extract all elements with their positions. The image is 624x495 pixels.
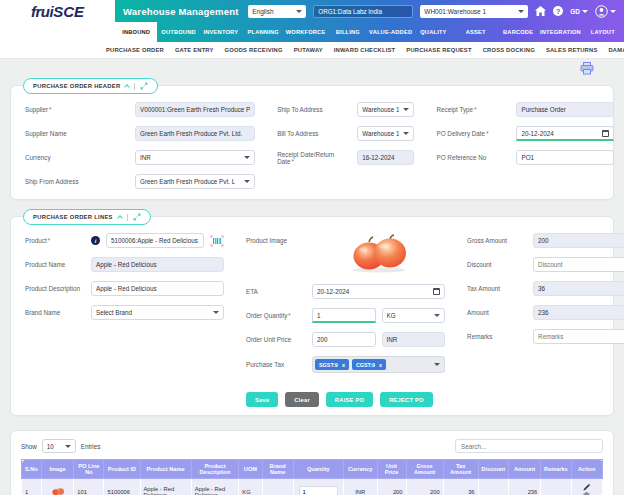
expand-icon[interactable]	[133, 213, 141, 221]
po-lines-table-card: Show 10 Entries S.No Im	[10, 430, 614, 495]
help-button[interactable]: ?	[553, 6, 563, 16]
org-select[interactable]: ORG1:Data Labz India	[313, 5, 413, 18]
order-unit-price-input[interactable]	[312, 332, 376, 347]
subnav-purchase-order[interactable]: PURCHASE ORDER	[106, 47, 164, 53]
user-initials-menu[interactable]: GD	[570, 8, 588, 15]
uom-select[interactable]: KG	[382, 308, 446, 323]
product-description-label: Product Description	[25, 285, 85, 292]
po-reference-input[interactable]	[516, 150, 614, 165]
required-marker: *	[292, 158, 294, 165]
receipt-date-row: Receipt Date/Return Date* 16-12-2024	[277, 150, 414, 165]
brand-select[interactable]: Select Brand	[91, 305, 224, 320]
tab-barcode[interactable]: BARCODE	[497, 22, 539, 42]
logo-frui: frui	[31, 3, 53, 20]
edit-icon[interactable]	[583, 483, 591, 491]
tab-value-added[interactable]: VALUE-ADDED	[369, 22, 412, 42]
page-size-select[interactable]: 10	[42, 439, 76, 453]
chevron-down-icon	[213, 311, 219, 314]
product-input[interactable]	[106, 233, 204, 248]
bill-to-select[interactable]: Warehouse 1	[357, 126, 414, 141]
supplier-name-row: Supplier Name Green Earth Fresh Produce …	[25, 126, 255, 141]
tab-asset[interactable]: ASSET	[455, 22, 497, 42]
remove-chip-icon[interactable]: x	[379, 362, 382, 368]
discount-input[interactable]	[533, 257, 624, 272]
avatar-menu[interactable]	[595, 5, 616, 18]
product-image-row: Product Image	[246, 233, 445, 275]
subnav-inward-checklist[interactable]: INWARD CHECKLIST	[334, 47, 396, 53]
chevron-down-icon	[403, 108, 409, 111]
subnav-putaway[interactable]: PUTAWAY	[294, 47, 323, 53]
table-row: 1 101 5100006 Apple - Red Delicious Appl…	[22, 479, 603, 495]
po-header-form: Supplier* V000001:Green Earth Fresh Prod…	[25, 102, 599, 189]
cell-quantity	[293, 479, 343, 495]
col-unit-price: Unit Price	[377, 460, 406, 479]
subnav-gate-entry[interactable]: GATE ENTRY	[175, 47, 214, 53]
supplier-row: Supplier* V000001:Green Earth Fresh Prod…	[25, 102, 255, 117]
tab-workforce[interactable]: WORKFORCE	[284, 22, 326, 42]
subnav-sales-returns[interactable]: SALES RETURNS	[546, 47, 598, 53]
tab-integration[interactable]: INTEGRATION	[539, 22, 581, 42]
warehouse-management-app: fruiSCE Warehouse Management English ORG…	[0, 0, 624, 495]
tab-inbound[interactable]: INBOUND	[115, 22, 157, 42]
tab-quality[interactable]: QUALITY	[412, 22, 454, 42]
tab-layout[interactable]: LAYOUT	[582, 22, 624, 42]
tab-outbound[interactable]: OUTBOUND	[157, 22, 199, 42]
tab-inventory[interactable]: INVENTORY	[200, 22, 242, 42]
order-quantity-row: Order Quantity* KG	[246, 308, 445, 323]
collapse-icon[interactable]	[117, 215, 123, 221]
col-brand-name: Brand Name	[262, 460, 293, 479]
amount-label: Amount	[467, 309, 527, 316]
chevron-down-icon	[244, 156, 250, 159]
language-select[interactable]: English	[248, 5, 306, 18]
order-unit-price-row: Order Unit Price INR	[246, 332, 445, 347]
ship-to-select[interactable]: Warehouse 1	[357, 102, 414, 117]
bill-to-label: Bill To Address	[277, 130, 351, 137]
col-remarks: Remarks	[541, 460, 571, 479]
po-delivery-date-label: PO Delivery Date*	[436, 130, 510, 137]
ship-to-label: Ship To Address	[277, 106, 351, 113]
ship-from-label: Ship From Address	[25, 178, 129, 185]
col-sno: S.No	[22, 460, 42, 479]
home-button[interactable]	[535, 6, 546, 16]
cell-uom: KG	[239, 479, 262, 495]
order-quantity-input[interactable]	[312, 308, 376, 323]
po-delivery-date-input[interactable]: 20-12-2024	[516, 126, 614, 141]
ship-from-select[interactable]: Green Earth Fresh Produce Pvt. L	[135, 174, 255, 189]
expand-icon[interactable]	[140, 82, 148, 90]
row-quantity-input[interactable]	[299, 486, 339, 495]
subnav-damaged-stock[interactable]: DAMAGED STOCK	[608, 47, 624, 53]
subnav-goods-receiving[interactable]: GOODS RECEIVING	[225, 47, 283, 53]
calendar-icon[interactable]	[433, 288, 440, 295]
remarks-input[interactable]	[533, 329, 624, 344]
subnav-cross-docking[interactable]: CROSS DOCKING	[483, 47, 535, 53]
col-uom: UOM	[239, 460, 262, 479]
cell-action	[571, 479, 602, 495]
currency-select[interactable]: INR	[135, 150, 255, 165]
tab-planning[interactable]: PLANNING	[242, 22, 284, 42]
purchase-tax-multiselect[interactable]: SGST:9x CGST:9x	[312, 356, 445, 373]
amount-field: 236	[533, 305, 624, 320]
subnav-purchase-request[interactable]: PURCHASE REQUEST	[406, 47, 471, 53]
raise-po-button[interactable]: RAISE PO	[326, 392, 373, 407]
collapse-icon[interactable]	[125, 84, 131, 90]
barcode-scan-button[interactable]	[210, 235, 224, 247]
chevron-down-icon	[434, 363, 440, 366]
tab-billing[interactable]: BILLING	[327, 22, 369, 42]
section-title: PURCHASE ORDER LINES	[33, 214, 113, 220]
info-icon[interactable]: i	[91, 236, 100, 245]
reject-po-button[interactable]: REJECT PO	[380, 392, 433, 407]
table-search-input[interactable]	[455, 439, 603, 453]
eta-date-input[interactable]: 20-12-2024	[312, 284, 445, 299]
save-button[interactable]: Save	[246, 392, 278, 407]
col-action: Action	[571, 460, 602, 479]
print-button[interactable]	[580, 62, 594, 75]
calendar-icon[interactable]	[602, 130, 609, 137]
warehouse-select[interactable]: WH001:Warehouse 1	[420, 5, 528, 18]
clear-button[interactable]: Clear	[285, 392, 319, 407]
product-description-input[interactable]	[91, 281, 224, 296]
po-lines-col-3: Gross Amount 200 Discount Tax Amount 36 …	[467, 233, 624, 407]
cell-sno: 1	[22, 479, 42, 495]
required-marker: *	[49, 106, 51, 113]
remove-chip-icon[interactable]: x	[342, 362, 345, 368]
col-currency: Currency	[343, 460, 377, 479]
